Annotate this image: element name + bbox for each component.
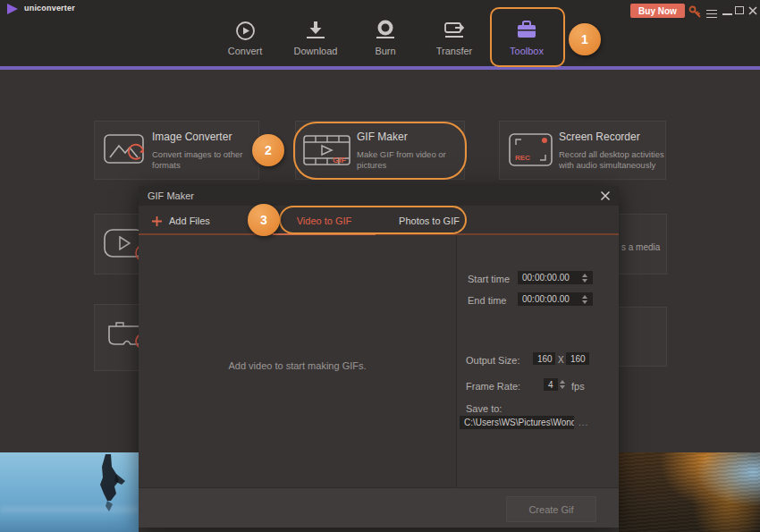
step1-badge: 1 [569, 23, 601, 55]
tab-convert[interactable]: Convert [214, 18, 276, 64]
person-reflection [89, 454, 129, 517]
tab-label: Toolbox [495, 46, 558, 56]
buy-now-button[interactable]: Buy Now [630, 4, 685, 18]
card-desc: Make GIF from video or pictures [357, 149, 466, 172]
background-photo-right [619, 452, 760, 532]
card-desc: Convert images to other formats [152, 149, 261, 172]
dialog-close-icon[interactable] [599, 190, 612, 202]
plus-icon [151, 215, 163, 227]
transfer-icon [423, 18, 486, 43]
save-to-label: Save to: [466, 403, 502, 414]
video-drop-zone[interactable]: Add video to start making GIFs. [139, 235, 456, 487]
size-separator: X [558, 355, 564, 365]
tab-transfer[interactable]: Transfer [423, 18, 486, 64]
end-time-label: End time [468, 295, 506, 306]
maximize-button[interactable] [735, 6, 744, 14]
end-time-stepper[interactable] [582, 292, 587, 306]
rec-icon-text: REC [515, 154, 530, 162]
minimize-button[interactable] [722, 5, 732, 15]
step3-badge: 3 [248, 204, 280, 236]
output-size-label: Output Size: [466, 355, 520, 366]
gif-icon-text: GIF [333, 156, 347, 165]
start-time-label: Start time [468, 274, 510, 284]
tab-label: Transfer [423, 46, 486, 56]
card-desc: Record all desktop activities with audio… [559, 149, 666, 172]
browse-button[interactable]: ... [578, 418, 588, 427]
card-title: GIF Maker [357, 131, 466, 143]
toolbox-icon [495, 18, 558, 43]
app-title: uniconverter [24, 4, 75, 13]
tab-label: Burn [354, 46, 417, 56]
add-files-label: Add Files [169, 215, 210, 226]
fps-label: fps [571, 381, 585, 392]
frame-rate-input[interactable]: 4 [544, 378, 558, 391]
download-icon [284, 18, 347, 43]
app-logo-icon [7, 4, 18, 14]
tab-download[interactable]: Download [284, 18, 347, 64]
output-height-input[interactable]: 160 [566, 352, 589, 365]
dialog-titlebar: GIF Maker [139, 186, 619, 206]
tab-video-to-gif[interactable]: Video to GIF [273, 206, 376, 235]
tab-label: Download [284, 46, 347, 56]
add-files-button[interactable]: Add Files [151, 213, 210, 229]
start-time-stepper[interactable] [582, 271, 587, 284]
gif-maker-dialog: GIF Maker Add Files Video to GIF Photos … [139, 186, 619, 528]
nav-accent-line [0, 66, 760, 70]
tab-toolbox[interactable]: Toolbox [495, 18, 558, 64]
convert-icon [214, 18, 276, 43]
empty-state-text: Add video to start making GIFs. [139, 360, 456, 371]
tab-burn[interactable]: Burn [354, 18, 417, 64]
close-button[interactable] [747, 5, 758, 16]
uniconverter-window: uniconverter Convert Download [0, 0, 760, 532]
card-gif-maker[interactable]: GIF GIF Maker Make GIF from video or pic… [295, 121, 465, 180]
create-gif-button[interactable]: Create Gif [506, 496, 596, 522]
menu-icon[interactable] [706, 7, 717, 21]
output-width-input[interactable]: 160 [533, 352, 555, 365]
frame-rate-stepper[interactable] [560, 378, 565, 391]
burn-icon [354, 18, 417, 43]
register-key-icon[interactable] [688, 5, 702, 18]
dialog-bottom-bar: Create Gif [139, 487, 619, 528]
header-bar: uniconverter Convert Download [0, 0, 760, 66]
save-path-input[interactable]: C:\Users\WS\Pictures\Wonders [460, 416, 574, 429]
tab-photos-to-gif[interactable]: Photos to GIF [380, 206, 478, 235]
dialog-tabbar: Add Files Video to GIF Photos to GIF [139, 206, 619, 235]
image-converter-icon [104, 132, 148, 168]
frame-rate-label: Frame Rate: [466, 381, 520, 392]
partial-card-text: s a media [621, 242, 660, 252]
background-photo-left [0, 452, 139, 532]
tab-label: Convert [214, 46, 276, 56]
card-title: Image Converter [152, 131, 261, 143]
step2-badge: 2 [252, 134, 284, 166]
gif-settings-panel: Start time 00:00:00.00 End time 00:00:00… [456, 235, 619, 487]
card-screen-recorder[interactable]: REC Screen Recorder Record all desktop a… [499, 121, 666, 180]
dialog-title: GIF Maker [148, 190, 194, 201]
screen-recorder-icon: REC [509, 132, 553, 168]
card-image-converter[interactable]: Image Converter Convert images to other … [94, 121, 259, 180]
card-title: Screen Recorder [559, 131, 668, 143]
gif-maker-icon: GIF [303, 133, 351, 167]
